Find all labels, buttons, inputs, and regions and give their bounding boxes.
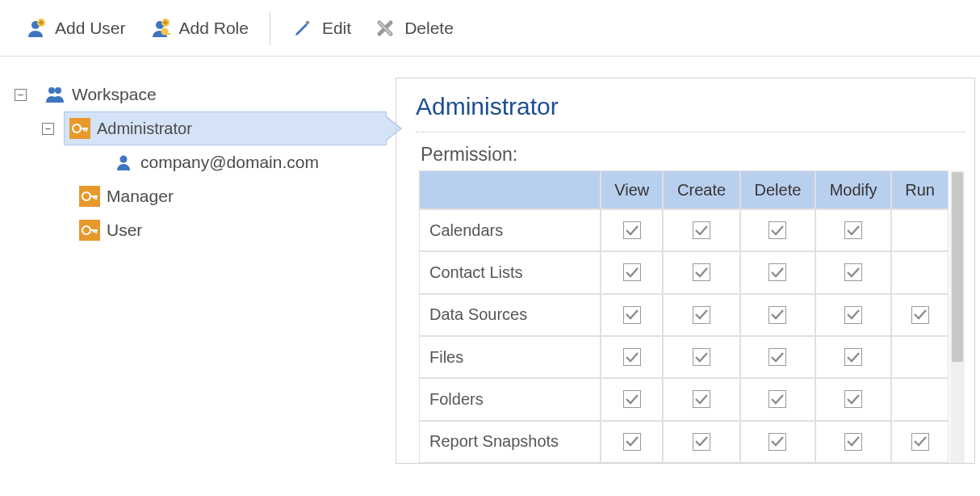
group-icon (44, 84, 65, 105)
checkbox-checked-icon[interactable] (769, 390, 786, 408)
content-area: − Workspace − Administrator (0, 57, 980, 464)
tree-pane: − Workspace − Administrator (0, 78, 396, 464)
permission-cell-create[interactable] (663, 251, 739, 293)
checkbox-checked-icon[interactable] (844, 263, 862, 281)
svg-point-8 (55, 87, 61, 94)
divider (416, 132, 965, 132)
checkbox-checked-icon[interactable] (693, 348, 710, 366)
permission-cell-modify[interactable] (815, 378, 891, 420)
checkbox-checked-icon[interactable] (911, 306, 929, 324)
permission-cell-view[interactable] (601, 251, 663, 293)
checkbox-checked-icon[interactable] (623, 263, 641, 281)
tree-label-manager: Manager (107, 187, 174, 206)
tree-label-workspace: Workspace (72, 85, 157, 104)
detail-title: Administrator (416, 93, 965, 120)
permission-cell-modify[interactable] (815, 421, 891, 463)
key-icon (79, 220, 100, 241)
checkbox-checked-icon[interactable] (844, 390, 862, 408)
permission-cell-run[interactable] (891, 421, 949, 463)
detail-pane: Administrator Permission: View Create De… (396, 78, 975, 464)
permission-cell-run[interactable] (891, 294, 949, 336)
permission-cell-create[interactable] (663, 421, 739, 463)
tree-label-user: User (107, 221, 142, 240)
permission-cell-delete[interactable] (740, 421, 815, 463)
permission-cell-delete[interactable] (740, 294, 815, 336)
toolbar-separator (270, 11, 270, 45)
checkbox-checked-icon[interactable] (769, 263, 786, 281)
permission-cell-modify[interactable] (815, 251, 891, 293)
tree-node-user[interactable]: User (79, 213, 396, 247)
permission-cell-delete[interactable] (740, 251, 815, 293)
permission-cell-delete[interactable] (740, 209, 815, 251)
permission-cell-modify[interactable] (815, 336, 891, 378)
scrollbar[interactable] (950, 170, 965, 463)
checkbox-checked-icon[interactable] (769, 433, 786, 451)
permission-row: Data Sources (419, 294, 949, 336)
checkbox-checked-icon[interactable] (769, 306, 786, 324)
permission-cell-delete[interactable] (740, 378, 815, 420)
col-modify: Modify (815, 170, 891, 209)
checkbox-checked-icon[interactable] (693, 221, 710, 239)
permission-row-name: Files (419, 336, 601, 378)
checkbox-checked-icon[interactable] (769, 348, 786, 366)
add-role-label: Add Role (179, 19, 249, 38)
key-icon (79, 186, 100, 207)
checkbox-checked-icon[interactable] (769, 221, 786, 239)
checkbox-checked-icon[interactable] (693, 433, 710, 451)
svg-rect-4 (167, 33, 170, 35)
checkbox-checked-icon[interactable] (623, 221, 641, 239)
permission-cell-view[interactable] (601, 209, 663, 251)
add-role-button[interactable]: Add Role (137, 12, 260, 44)
permission-cell-view[interactable] (601, 378, 663, 420)
col-name (419, 170, 601, 209)
tree-label-admin-user: company@domain.com (140, 153, 319, 172)
permission-row: Calendars (419, 209, 949, 251)
tree-node-workspace[interactable]: − Workspace (15, 78, 396, 111)
col-create: Create (663, 170, 739, 209)
permission-cell-create[interactable] (663, 336, 739, 378)
tree-node-administrator[interactable]: Administrator (64, 111, 387, 145)
permission-cell-run[interactable] (891, 378, 949, 420)
collapse-icon[interactable]: − (15, 89, 27, 101)
edit-button[interactable]: Edit (280, 12, 362, 44)
scrollbar-thumb[interactable] (952, 172, 963, 362)
checkbox-checked-icon[interactable] (623, 306, 641, 324)
add-user-icon (24, 17, 47, 40)
permission-cell-view[interactable] (601, 421, 663, 463)
permission-cell-create[interactable] (663, 294, 739, 336)
permission-cell-run[interactable] (891, 336, 949, 378)
delete-label: Delete (404, 19, 454, 38)
delete-button[interactable]: Delete (362, 12, 465, 44)
permission-label: Permission: (416, 144, 965, 166)
permission-row-name: Report Snapshots (419, 421, 601, 463)
checkbox-checked-icon[interactable] (693, 263, 710, 281)
permission-cell-view[interactable] (601, 294, 663, 336)
permission-row: Folders (419, 378, 949, 420)
checkbox-checked-icon[interactable] (844, 221, 862, 239)
permission-cell-create[interactable] (663, 378, 739, 420)
checkbox-checked-icon[interactable] (623, 390, 641, 408)
checkbox-checked-icon[interactable] (844, 306, 862, 324)
tree-node-admin-user[interactable]: company@domain.com (95, 145, 396, 179)
toolbar: Add User Add Role Edit (0, 0, 980, 57)
permission-cell-delete[interactable] (740, 336, 815, 378)
tree-node-manager[interactable]: Manager (79, 179, 396, 213)
key-icon (69, 118, 90, 139)
checkbox-checked-icon[interactable] (623, 348, 641, 366)
col-delete: Delete (740, 170, 815, 209)
checkbox-checked-icon[interactable] (911, 433, 929, 451)
checkbox-checked-icon[interactable] (623, 433, 641, 451)
permission-cell-run[interactable] (891, 251, 949, 293)
permission-cell-modify[interactable] (815, 294, 891, 336)
edit-label: Edit (322, 19, 351, 38)
checkbox-checked-icon[interactable] (844, 433, 862, 451)
permission-cell-run[interactable] (891, 209, 949, 251)
add-user-button[interactable]: Add User (13, 12, 137, 44)
permission-cell-create[interactable] (663, 209, 739, 251)
checkbox-checked-icon[interactable] (693, 390, 710, 408)
permission-cell-modify[interactable] (815, 209, 891, 251)
collapse-icon[interactable]: − (42, 123, 54, 135)
checkbox-checked-icon[interactable] (693, 306, 710, 324)
permission-cell-view[interactable] (601, 336, 663, 378)
checkbox-checked-icon[interactable] (844, 348, 862, 366)
